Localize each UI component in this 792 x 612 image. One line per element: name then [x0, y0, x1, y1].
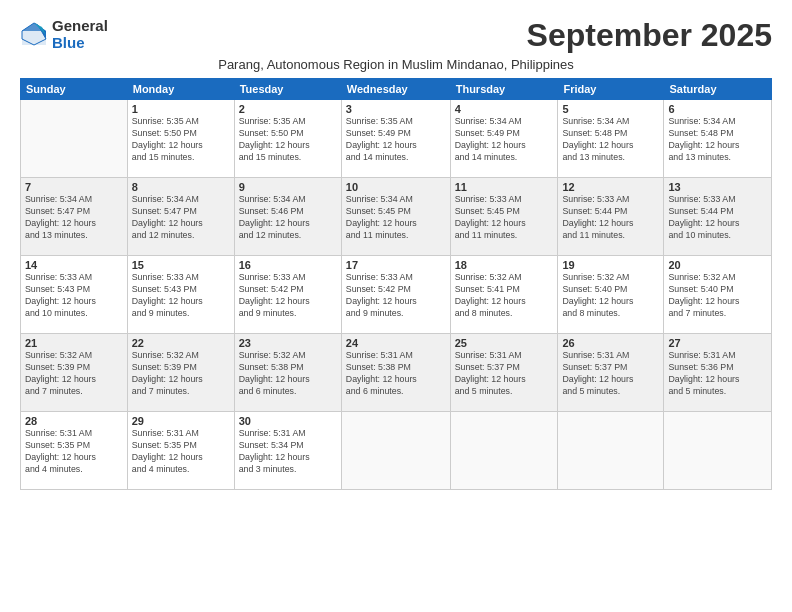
- day-detail: Sunrise: 5:32 AM Sunset: 5:39 PM Dayligh…: [132, 350, 230, 398]
- day-number: 1: [132, 103, 230, 115]
- month-title: September 2025: [527, 18, 772, 53]
- calendar-week-row: 14Sunrise: 5:33 AM Sunset: 5:43 PM Dayli…: [21, 256, 772, 334]
- day-detail: Sunrise: 5:31 AM Sunset: 5:35 PM Dayligh…: [132, 428, 230, 476]
- day-number: 30: [239, 415, 337, 427]
- table-row: 20Sunrise: 5:32 AM Sunset: 5:40 PM Dayli…: [664, 256, 772, 334]
- table-row: 12Sunrise: 5:33 AM Sunset: 5:44 PM Dayli…: [558, 178, 664, 256]
- day-number: 29: [132, 415, 230, 427]
- table-row: 24Sunrise: 5:31 AM Sunset: 5:38 PM Dayli…: [341, 334, 450, 412]
- header-sunday: Sunday: [21, 79, 128, 100]
- table-row: [21, 100, 128, 178]
- logo-icon: [20, 21, 48, 49]
- calendar-week-row: 1Sunrise: 5:35 AM Sunset: 5:50 PM Daylig…: [21, 100, 772, 178]
- table-row: 14Sunrise: 5:33 AM Sunset: 5:43 PM Dayli…: [21, 256, 128, 334]
- day-detail: Sunrise: 5:34 AM Sunset: 5:45 PM Dayligh…: [346, 194, 446, 242]
- day-number: 5: [562, 103, 659, 115]
- table-row: 7Sunrise: 5:34 AM Sunset: 5:47 PM Daylig…: [21, 178, 128, 256]
- day-number: 19: [562, 259, 659, 271]
- header-wednesday: Wednesday: [341, 79, 450, 100]
- day-detail: Sunrise: 5:33 AM Sunset: 5:43 PM Dayligh…: [132, 272, 230, 320]
- day-number: 4: [455, 103, 554, 115]
- logo-blue-text: Blue: [52, 35, 108, 52]
- table-row: [558, 412, 664, 490]
- day-detail: Sunrise: 5:31 AM Sunset: 5:38 PM Dayligh…: [346, 350, 446, 398]
- day-detail: Sunrise: 5:35 AM Sunset: 5:49 PM Dayligh…: [346, 116, 446, 164]
- table-row: 27Sunrise: 5:31 AM Sunset: 5:36 PM Dayli…: [664, 334, 772, 412]
- table-row: 25Sunrise: 5:31 AM Sunset: 5:37 PM Dayli…: [450, 334, 558, 412]
- day-detail: Sunrise: 5:31 AM Sunset: 5:37 PM Dayligh…: [455, 350, 554, 398]
- day-number: 9: [239, 181, 337, 193]
- day-number: 12: [562, 181, 659, 193]
- day-number: 27: [668, 337, 767, 349]
- day-number: 10: [346, 181, 446, 193]
- table-row: 9Sunrise: 5:34 AM Sunset: 5:46 PM Daylig…: [234, 178, 341, 256]
- table-row: 1Sunrise: 5:35 AM Sunset: 5:50 PM Daylig…: [127, 100, 234, 178]
- logo-general-text: General: [52, 18, 108, 35]
- table-row: 15Sunrise: 5:33 AM Sunset: 5:43 PM Dayli…: [127, 256, 234, 334]
- table-row: 8Sunrise: 5:34 AM Sunset: 5:47 PM Daylig…: [127, 178, 234, 256]
- calendar-week-row: 21Sunrise: 5:32 AM Sunset: 5:39 PM Dayli…: [21, 334, 772, 412]
- table-row: 22Sunrise: 5:32 AM Sunset: 5:39 PM Dayli…: [127, 334, 234, 412]
- day-number: 13: [668, 181, 767, 193]
- table-row: 3Sunrise: 5:35 AM Sunset: 5:49 PM Daylig…: [341, 100, 450, 178]
- header-thursday: Thursday: [450, 79, 558, 100]
- day-detail: Sunrise: 5:35 AM Sunset: 5:50 PM Dayligh…: [132, 116, 230, 164]
- table-row: 19Sunrise: 5:32 AM Sunset: 5:40 PM Dayli…: [558, 256, 664, 334]
- day-number: 7: [25, 181, 123, 193]
- table-row: 23Sunrise: 5:32 AM Sunset: 5:38 PM Dayli…: [234, 334, 341, 412]
- table-row: [664, 412, 772, 490]
- day-detail: Sunrise: 5:34 AM Sunset: 5:48 PM Dayligh…: [562, 116, 659, 164]
- day-number: 21: [25, 337, 123, 349]
- day-number: 18: [455, 259, 554, 271]
- table-row: 13Sunrise: 5:33 AM Sunset: 5:44 PM Dayli…: [664, 178, 772, 256]
- day-number: 14: [25, 259, 123, 271]
- day-number: 22: [132, 337, 230, 349]
- table-row: 2Sunrise: 5:35 AM Sunset: 5:50 PM Daylig…: [234, 100, 341, 178]
- day-number: 28: [25, 415, 123, 427]
- day-detail: Sunrise: 5:34 AM Sunset: 5:48 PM Dayligh…: [668, 116, 767, 164]
- subtitle: Parang, Autonomous Region in Muslim Mind…: [20, 57, 772, 72]
- day-detail: Sunrise: 5:32 AM Sunset: 5:41 PM Dayligh…: [455, 272, 554, 320]
- day-detail: Sunrise: 5:34 AM Sunset: 5:49 PM Dayligh…: [455, 116, 554, 164]
- day-detail: Sunrise: 5:33 AM Sunset: 5:45 PM Dayligh…: [455, 194, 554, 242]
- table-row: 28Sunrise: 5:31 AM Sunset: 5:35 PM Dayli…: [21, 412, 128, 490]
- day-number: 24: [346, 337, 446, 349]
- table-row: 17Sunrise: 5:33 AM Sunset: 5:42 PM Dayli…: [341, 256, 450, 334]
- day-detail: Sunrise: 5:34 AM Sunset: 5:47 PM Dayligh…: [132, 194, 230, 242]
- table-row: 30Sunrise: 5:31 AM Sunset: 5:34 PM Dayli…: [234, 412, 341, 490]
- day-number: 11: [455, 181, 554, 193]
- day-number: 17: [346, 259, 446, 271]
- day-detail: Sunrise: 5:32 AM Sunset: 5:40 PM Dayligh…: [562, 272, 659, 320]
- table-row: 21Sunrise: 5:32 AM Sunset: 5:39 PM Dayli…: [21, 334, 128, 412]
- day-number: 26: [562, 337, 659, 349]
- day-number: 6: [668, 103, 767, 115]
- day-number: 25: [455, 337, 554, 349]
- day-number: 3: [346, 103, 446, 115]
- day-detail: Sunrise: 5:32 AM Sunset: 5:40 PM Dayligh…: [668, 272, 767, 320]
- day-number: 15: [132, 259, 230, 271]
- day-detail: Sunrise: 5:33 AM Sunset: 5:43 PM Dayligh…: [25, 272, 123, 320]
- day-detail: Sunrise: 5:34 AM Sunset: 5:46 PM Dayligh…: [239, 194, 337, 242]
- day-detail: Sunrise: 5:35 AM Sunset: 5:50 PM Dayligh…: [239, 116, 337, 164]
- table-row: 6Sunrise: 5:34 AM Sunset: 5:48 PM Daylig…: [664, 100, 772, 178]
- table-row: [341, 412, 450, 490]
- day-detail: Sunrise: 5:32 AM Sunset: 5:39 PM Dayligh…: [25, 350, 123, 398]
- day-detail: Sunrise: 5:31 AM Sunset: 5:37 PM Dayligh…: [562, 350, 659, 398]
- logo: General Blue: [20, 18, 108, 51]
- day-detail: Sunrise: 5:31 AM Sunset: 5:36 PM Dayligh…: [668, 350, 767, 398]
- day-number: 23: [239, 337, 337, 349]
- table-row: 4Sunrise: 5:34 AM Sunset: 5:49 PM Daylig…: [450, 100, 558, 178]
- table-row: 26Sunrise: 5:31 AM Sunset: 5:37 PM Dayli…: [558, 334, 664, 412]
- table-row: 18Sunrise: 5:32 AM Sunset: 5:41 PM Dayli…: [450, 256, 558, 334]
- table-row: 29Sunrise: 5:31 AM Sunset: 5:35 PM Dayli…: [127, 412, 234, 490]
- header-tuesday: Tuesday: [234, 79, 341, 100]
- day-number: 8: [132, 181, 230, 193]
- table-row: 10Sunrise: 5:34 AM Sunset: 5:45 PM Dayli…: [341, 178, 450, 256]
- table-row: 16Sunrise: 5:33 AM Sunset: 5:42 PM Dayli…: [234, 256, 341, 334]
- day-detail: Sunrise: 5:33 AM Sunset: 5:42 PM Dayligh…: [239, 272, 337, 320]
- day-detail: Sunrise: 5:31 AM Sunset: 5:35 PM Dayligh…: [25, 428, 123, 476]
- day-detail: Sunrise: 5:33 AM Sunset: 5:44 PM Dayligh…: [668, 194, 767, 242]
- day-number: 16: [239, 259, 337, 271]
- calendar-header-row: Sunday Monday Tuesday Wednesday Thursday…: [21, 79, 772, 100]
- table-row: 5Sunrise: 5:34 AM Sunset: 5:48 PM Daylig…: [558, 100, 664, 178]
